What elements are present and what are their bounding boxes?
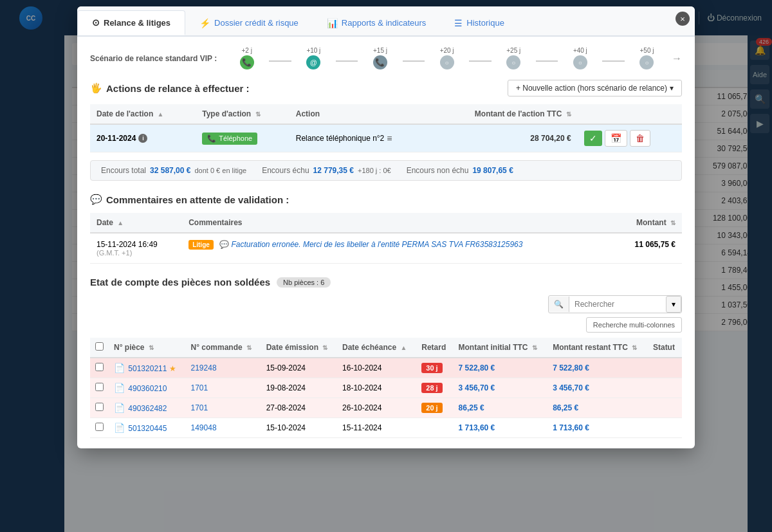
piece-select-4[interactable] bbox=[95, 423, 104, 431]
col-date-emission: Date émission ⇅ bbox=[261, 338, 337, 358]
modal: × ⊙ Relance & litiges ⚡ Dossier crédit &… bbox=[77, 6, 695, 448]
step-5-dot[interactable]: ○ bbox=[506, 55, 520, 69]
piece-retard-4 bbox=[416, 418, 453, 438]
step-2: +10 j @ bbox=[291, 47, 336, 69]
piece-statut-2 bbox=[648, 378, 682, 398]
nouvelle-action-label: + Nouvelle action (hors scénario de rela… bbox=[516, 84, 667, 93]
step-3: +15 j 📞 bbox=[358, 47, 402, 69]
relance-tab-label: Relance & litiges bbox=[104, 18, 170, 28]
piece-montant-init-2: 3 456,70 € bbox=[454, 378, 548, 398]
search-input[interactable] bbox=[569, 297, 666, 312]
multi-col-button[interactable]: Recherche multi-colonnes bbox=[586, 317, 682, 333]
step-6: +40 j ○ bbox=[558, 47, 602, 69]
piece-num-3: 📄 490362482 bbox=[109, 398, 186, 418]
piece-select-2[interactable] bbox=[95, 383, 104, 391]
col-commande: N° commande ⇅ bbox=[186, 338, 261, 358]
cmd-link-4[interactable]: 149048 bbox=[191, 423, 217, 432]
comment-cloud-icon: 💬 bbox=[219, 240, 229, 249]
select-all-checkbox[interactable] bbox=[95, 342, 104, 351]
piece-num-2: 📄 490360210 bbox=[109, 378, 186, 398]
step-2-dot[interactable]: @ bbox=[306, 55, 320, 69]
piece-emission-2: 19-08-2024 bbox=[261, 378, 337, 398]
encours-total-value: 32 587,00 € bbox=[150, 166, 190, 175]
dossier-tab-icon: ⚡ bbox=[199, 18, 210, 28]
action-buttons-cell: ✓ 📅 🗑 bbox=[578, 124, 682, 152]
action-montant: 28 704,20 € bbox=[530, 134, 571, 143]
piece-emission-4: 15-10-2024 bbox=[261, 418, 337, 438]
tab-rapports[interactable]: 📊 Rapports & indicateurs bbox=[313, 10, 441, 35]
multi-col-wrap: Recherche multi-colonnes bbox=[90, 317, 682, 333]
piece-num-4: 📄 501320445 bbox=[109, 418, 186, 438]
piece-echeance-3: 26-10-2024 bbox=[337, 398, 416, 418]
piece-checkbox-4 bbox=[90, 418, 109, 438]
amount-rest-2: 3 456,70 € bbox=[553, 383, 589, 392]
piece-row-1: 📄 501320211 ★ 219248 15-09-2024 16-10-20… bbox=[90, 358, 682, 378]
piece-row-3: 📄 490362482 1701 27-08-2024 26-10-2024 2… bbox=[90, 398, 682, 418]
calendar-action-button[interactable]: 📅 bbox=[605, 130, 627, 147]
modal-close-button[interactable]: × bbox=[676, 12, 690, 26]
scenario-label: Scénario de relance standard VIP : bbox=[90, 54, 217, 63]
col-piece: N° pièce ⇅ bbox=[109, 338, 186, 358]
tab-historique[interactable]: ☰ Historique bbox=[440, 10, 519, 35]
encours-echu-label: Encours échu bbox=[262, 166, 309, 175]
col-montant-initial: Montant initial TTC ⇅ bbox=[454, 338, 548, 358]
step-1-dot[interactable]: 📞 bbox=[240, 55, 254, 69]
comment-date-cell: 15-11-2024 16:49 (G.M.T. +1) bbox=[90, 233, 182, 264]
search-dropdown-btn[interactable]: ▾ bbox=[666, 296, 681, 313]
step-3-dot[interactable]: 📞 bbox=[373, 55, 387, 69]
search-icon: 🔍 bbox=[549, 297, 569, 312]
step-7-dot[interactable]: ○ bbox=[639, 55, 654, 69]
col-montant-restant: Montant restant TTC ⇅ bbox=[547, 338, 648, 358]
piece-link-1[interactable]: 501320211 bbox=[128, 364, 167, 373]
action-date-cell: 20-11-2024 i bbox=[90, 124, 196, 152]
encours-total-item: Encours total 32 587,00 € dont 0 € en li… bbox=[101, 166, 246, 175]
comment-content: Facturation erronée. Merci de les libell… bbox=[232, 240, 523, 249]
col-statut: Statut bbox=[648, 338, 682, 358]
pieces-table: N° pièce ⇅ N° commande ⇅ Date émission ⇅ bbox=[90, 338, 682, 438]
step-1: +2 j 📞 bbox=[225, 47, 269, 69]
sort-emission: ⇅ bbox=[322, 344, 327, 351]
step-5-label: +25 j bbox=[506, 47, 520, 54]
step-line-2 bbox=[336, 60, 358, 62]
action-text-cell: Relance téléphonique n°2 ≡ bbox=[290, 124, 434, 152]
comment-timezone: (G.M.T. +1) bbox=[96, 249, 176, 257]
comment-montant: 11 065,75 € bbox=[635, 240, 676, 249]
piece-link-2[interactable]: 490360210 bbox=[128, 384, 167, 393]
tab-dossier[interactable]: ⚡ Dossier crédit & risque bbox=[185, 10, 313, 35]
amount-init-3: 86,25 € bbox=[459, 403, 484, 412]
piece-select-3[interactable] bbox=[95, 403, 104, 411]
list-icon: ≡ bbox=[387, 133, 392, 143]
tab-relance[interactable]: ⊙ Relance & litiges bbox=[77, 10, 185, 35]
piece-statut-1 bbox=[648, 358, 682, 378]
piece-link-3[interactable]: 490362482 bbox=[128, 404, 167, 413]
col-date: Date de l'action ▲ bbox=[90, 104, 196, 124]
step-4-dot[interactable]: ○ bbox=[440, 55, 454, 69]
step-1-label: +2 j bbox=[242, 47, 252, 54]
piece-row-4: 📄 501320445 149048 15-10-2024 15-11-2024… bbox=[90, 418, 682, 438]
nouvelle-action-button[interactable]: + Nouvelle action (hors scénario de rela… bbox=[508, 80, 682, 96]
piece-checkbox-1 bbox=[90, 358, 109, 378]
piece-statut-4 bbox=[648, 418, 682, 438]
sort-icon-type: ⇅ bbox=[255, 111, 261, 118]
step-6-dot[interactable]: ○ bbox=[573, 55, 587, 69]
encours-non-echu-label: Encours non échu bbox=[407, 166, 469, 175]
actions-table: Date de l'action ▲ Type d'action ⇅ Actio… bbox=[90, 104, 682, 152]
piece-link-4[interactable]: 501320445 bbox=[128, 424, 167, 433]
step-3-label: +15 j bbox=[373, 47, 387, 54]
delete-action-button[interactable]: 🗑 bbox=[630, 130, 650, 147]
telephone-label: Téléphone bbox=[219, 134, 252, 142]
nb-pieces-badge: Nb pièces : 6 bbox=[277, 277, 331, 288]
retard-badge-2: 28 j bbox=[421, 383, 442, 393]
info-icon[interactable]: i bbox=[138, 134, 147, 143]
relance-tab-icon: ⊙ bbox=[92, 17, 100, 28]
cmd-link-2[interactable]: 1701 bbox=[191, 383, 208, 392]
step-6-label: +40 j bbox=[573, 47, 587, 54]
piece-montant-rest-3: 86,25 € bbox=[547, 398, 648, 418]
cmd-link-3[interactable]: 1701 bbox=[191, 403, 208, 412]
cmd-link-1[interactable]: 219248 bbox=[191, 363, 217, 372]
piece-select-1[interactable] bbox=[95, 363, 104, 371]
piece-checkbox-3 bbox=[90, 398, 109, 418]
comment-montant-cell: 11 065,75 € bbox=[615, 233, 682, 264]
action-buttons: ✓ 📅 🗑 bbox=[584, 130, 676, 147]
validate-action-button[interactable]: ✓ bbox=[584, 131, 602, 146]
